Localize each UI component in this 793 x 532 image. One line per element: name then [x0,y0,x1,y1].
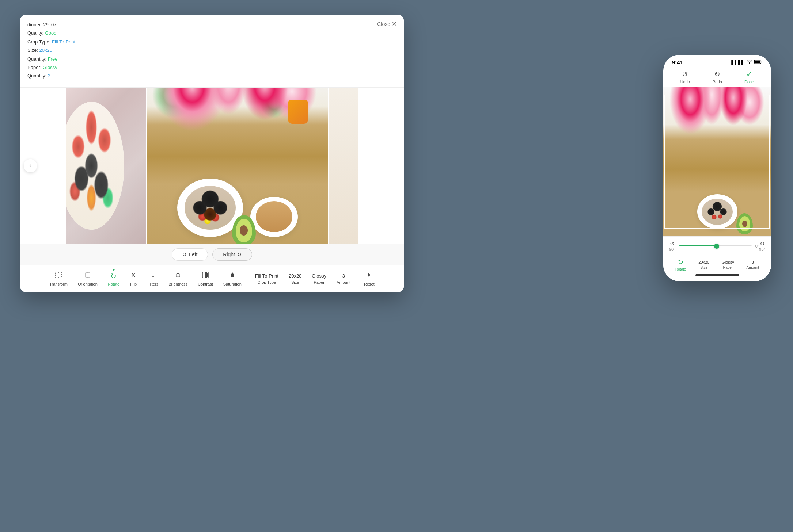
filters-label: Filters [147,282,158,286]
rotate-right-degree: 90° [759,247,765,252]
file-info-panel: dinner_29_07 Quality: Good Crop Type: Fi… [27,20,82,80]
phone-size-value: 20x20 [698,260,709,264]
phone-frame: 9:41 ▌▌▌▌ ↺ Undo [663,55,771,281]
phone-paper-value: Glossy [722,260,734,264]
home-indicator [695,274,739,276]
slider-fill [679,245,717,246]
reset-tool[interactable]: Reset [359,269,380,288]
avocado-half [232,215,256,244]
main-toolbar: Transform Orientation ↻ Rotate [20,265,404,292]
orientation-icon [84,271,91,280]
amount-tool[interactable]: 3 Amount [331,271,356,287]
flip-label: Flip [130,282,137,286]
reset-label: Reset [364,282,375,286]
phone-avocado-inner [739,216,750,231]
svg-rect-0 [56,272,61,278]
transform-icon [55,271,62,280]
quality-label: Quality: [27,30,43,36]
rotate-slider-row: ↺ 90° 0° ↻ 90° [669,240,765,252]
contrast-tool[interactable]: Contrast [193,269,218,288]
undo-button[interactable]: ↺ Undo [680,70,690,84]
image-canvas [20,88,404,244]
slider-thumb[interactable] [714,244,719,249]
brightness-label: Brightness [168,282,187,286]
phone-amount-label: Amount [747,265,759,269]
quantity-row: Quantity: Free [27,55,82,63]
filters-tool[interactable]: Filters [142,269,163,288]
quantity-label: Quantity: [27,56,46,62]
paper-label-toolbar: Paper [314,280,325,284]
done-button[interactable]: ✓ Done [744,70,754,84]
rotate-right-indicator: ↻ 90° [759,240,765,252]
rotate-cw-icon: ↻ [760,240,764,247]
filters-icon [149,271,156,280]
svg-rect-3 [86,273,90,277]
toolbar-divider-2 [357,272,357,286]
close-button[interactable]: Close ✕ [377,20,396,27]
saturation-tool[interactable]: Saturation [218,269,247,288]
rotation-slider[interactable] [679,245,752,246]
rotate-tool[interactable]: ↻ Rotate [103,269,125,288]
phone-bottom-bar: ↺ 90° 0° ↻ 90° ↻ Rotate 20x20 Si [663,236,771,281]
size-row: Size: 20x20 [27,46,82,54]
active-dot [113,269,114,271]
status-time: 9:41 [672,59,683,65]
phone-photo [663,87,771,236]
close-icon: ✕ [392,20,396,27]
rotate-right-button[interactable]: Right ↻ [212,248,252,261]
phone-top-toolbar: ↺ Undo ↻ Redo ✓ Done [663,67,771,87]
paper-label: Paper: [27,65,41,70]
amount-label: Quantity: [27,73,46,79]
undo-label: Undo [680,80,690,84]
orientation-tool[interactable]: Orientation [73,269,103,288]
phone-paper-tool[interactable]: Glossy Paper [722,260,734,269]
phone-rotate-tool[interactable]: ↻ Rotate [675,258,686,271]
paper-value-toolbar: Glossy [312,273,326,279]
svg-line-15 [180,276,180,277]
honey-jar-body [288,100,308,124]
svg-rect-21 [755,61,760,63]
size-value-toolbar: 20x20 [289,273,301,279]
flip-tool[interactable]: Flip [125,269,142,288]
brightness-tool[interactable]: Brightness [163,269,193,288]
contrast-label: Contrast [198,282,213,286]
wifi-icon [747,60,752,65]
transform-tool[interactable]: Transform [44,269,73,288]
redo-button[interactable]: ↻ Redo [712,70,722,84]
paper-tool[interactable]: Glossy Paper [307,271,331,287]
quality-value: Good [45,30,57,36]
rotate-left-button[interactable]: ↺ Left [172,248,208,261]
amount-value: 3 [48,73,50,79]
photo-right-edge [329,88,358,244]
brightness-icon [174,271,182,280]
avocado [221,215,272,244]
filename: dinner_29_07 [27,20,82,29]
svg-point-9 [177,273,179,276]
rotate-left-indicator: ↺ 90° [669,240,675,252]
undo-icon: ↺ [682,70,688,79]
phone-amount-tool[interactable]: 3 Amount [747,260,759,269]
crop-type-label: Crop Type [258,280,276,284]
size-tool[interactable]: 20x20 Size [284,271,307,287]
avocado-inner [236,219,252,242]
phone-status-bar: 9:41 ▌▌▌▌ [663,55,771,67]
rotate-center-degree: 0° [755,244,759,248]
phone-rotate-icon: ↻ [678,258,683,266]
window-header: dinner_29_07 Quality: Good Crop Type: Fi… [20,15,404,88]
photo-left-panel [66,88,146,244]
phone-size-tool[interactable]: 20x20 Size [698,260,709,269]
rotate-right-label: Right [223,252,235,257]
signal-icon: ▌▌▌▌ [731,60,745,65]
avocado-pit [240,225,248,236]
plate-left [66,102,124,230]
prev-arrow-button[interactable]: ‹ [24,159,37,172]
saturation-icon [229,271,236,280]
rotate-ccw-icon: ↺ [670,240,675,247]
rotate-icon: ↻ [110,272,117,280]
photo-composite [66,88,358,244]
phone-amount-value: 3 [752,260,754,264]
crop-type-tool[interactable]: Fill To Print Crop Type [250,271,284,287]
size-label: Size: [27,47,38,53]
crop-type-value: Fill To Print [52,39,75,45]
plate-foods [66,102,124,230]
